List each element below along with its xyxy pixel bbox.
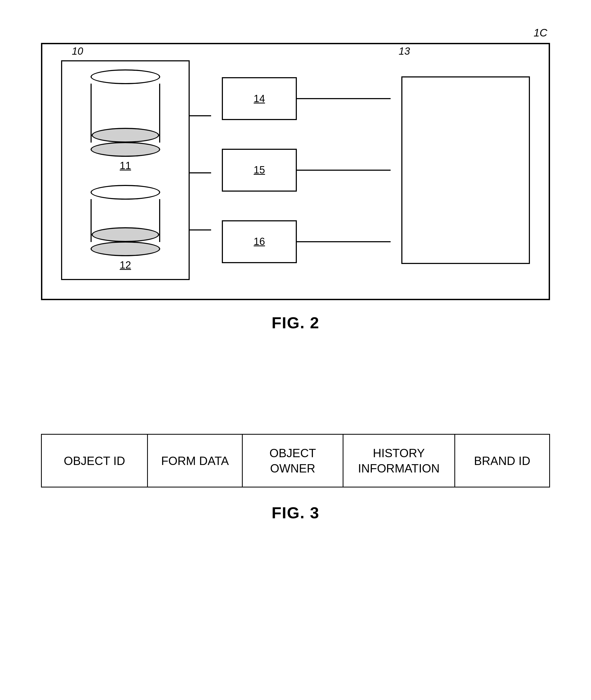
cylinder-12-shape: [88, 185, 163, 256]
right-box-wrapper: 13: [401, 60, 530, 280]
label-16: 16: [254, 236, 265, 247]
col-history-info: HISTORYINFORMATION: [343, 434, 455, 487]
label-12: 12: [120, 259, 131, 271]
label-13: 13: [399, 46, 410, 57]
col-brand-id: BRAND ID: [455, 434, 549, 487]
label-11: 11: [120, 160, 131, 172]
cylinder-11-shape: [88, 69, 163, 157]
data-table: OBJECT ID FORM DATA OBJECTOWNER HISTORYI…: [41, 434, 550, 488]
diagram-inner: 10 11: [61, 60, 530, 280]
box-15-rect: 15: [222, 149, 297, 192]
box-16-rect: 16: [222, 220, 297, 263]
col-object-owner: OBJECTOWNER: [243, 434, 343, 487]
db-container: 11 12: [61, 60, 190, 280]
left-to-middle-lines: [190, 60, 211, 280]
label-1c: 1C: [534, 27, 547, 39]
mid-box-15: 15: [222, 149, 391, 192]
cylinder-12: 12: [88, 185, 163, 271]
fig3-diagram: OBJECT ID FORM DATA OBJECTOWNER HISTORYI…: [21, 434, 570, 522]
label-14: 14: [254, 93, 265, 105]
box-14-rect: 14: [222, 77, 297, 120]
col-object-id: OBJECT ID: [42, 434, 148, 487]
table-row: OBJECT ID FORM DATA OBJECTOWNER HISTORYI…: [42, 434, 550, 487]
mid-box-14: 14: [222, 77, 391, 120]
fig3-caption: FIG. 3: [272, 504, 320, 522]
col-form-data: FORM DATA: [148, 434, 243, 487]
outer-box: 10 11: [41, 43, 550, 300]
fig2-diagram: 1C 10: [21, 27, 570, 332]
label-15: 15: [254, 164, 265, 176]
mid-box-16: 16: [222, 220, 391, 263]
label-10: 10: [72, 46, 83, 57]
cylinder-11: 11: [88, 69, 163, 172]
middle-section: 14 15 16: [211, 60, 401, 280]
right-box: [401, 76, 530, 264]
fig2-caption: FIG. 2: [272, 314, 320, 332]
